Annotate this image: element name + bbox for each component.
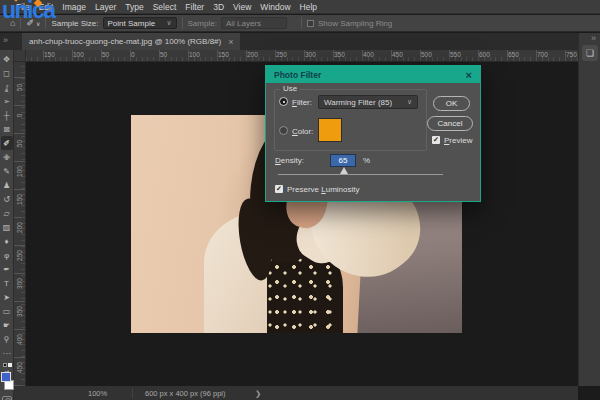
unica-logo: unica <box>2 0 55 24</box>
preview-label: Preview <box>444 136 472 145</box>
chevron-down-icon: ∨ <box>407 98 412 106</box>
filter-radio[interactable] <box>279 97 288 106</box>
menu-item[interactable]: Select <box>153 2 177 12</box>
tool-button[interactable]: ʆ <box>1 80 13 94</box>
ruler-label: 300 <box>305 51 316 58</box>
ruler-label: 350 <box>16 304 23 320</box>
ruler-label: 50 <box>160 51 167 58</box>
ruler-label: 200 <box>16 220 23 236</box>
menu-item[interactable]: Help <box>300 2 317 12</box>
menu-item[interactable]: 3D <box>213 2 224 12</box>
collapsed-panel-button[interactable]: ❏ <box>582 45 598 61</box>
vertical-ruler: 50050100150200250300350400450 <box>14 62 26 386</box>
ruler-label: 50 <box>16 80 23 96</box>
tab-bar: » anh-chup-truoc-guong-che-mat.jpg @ 100… <box>0 33 578 50</box>
tool-button[interactable]: ▭ <box>1 304 13 318</box>
ruler-label: 150 <box>218 51 229 58</box>
tool-button[interactable]: ┼ <box>1 108 13 122</box>
cancel-button[interactable]: Cancel <box>427 116 473 131</box>
ruler-label: 600 <box>479 51 490 58</box>
color-radio[interactable] <box>279 126 288 135</box>
filter-dropdown[interactable]: Warming Filter (85) ∨ <box>318 95 418 109</box>
photoshop-window: FileEditImageLayerTypeSelectFilter3DView… <box>0 0 600 400</box>
tool-button[interactable]: ↺ <box>1 192 13 206</box>
zoom-level-field[interactable]: 100% <box>88 389 107 398</box>
tool-button[interactable]: ⋯ <box>1 346 13 360</box>
chevron-down-icon: ∨ <box>166 19 171 27</box>
menu-item[interactable]: Type <box>125 2 143 12</box>
tool-bar: ✥◻ʆ➢┼⊠✐✙✎♟↺▱▨♦φ✒T➤▭☛⚲⋯ ⇄ <box>0 50 14 400</box>
document-tab[interactable]: anh-chup-truoc-guong-che-mat.jpg @ 100% … <box>22 33 240 50</box>
tool-button[interactable]: ➤ <box>1 290 13 304</box>
tool-button[interactable]: ⊠ <box>1 122 13 136</box>
menu-item[interactable]: Image <box>62 2 86 12</box>
ruler-label: 50 <box>16 136 23 152</box>
ruler-label: 550 <box>450 51 461 58</box>
document-size-info: 600 px x 400 px (96 ppi) <box>145 389 225 398</box>
ruler-label: 250 <box>16 248 23 264</box>
ruler-label: 100 <box>189 51 200 58</box>
density-slider[interactable] <box>278 174 443 175</box>
tool-button[interactable]: T <box>1 276 13 290</box>
sample-size-value: Point Sample <box>108 19 156 28</box>
menu-item[interactable]: Filter <box>185 2 204 12</box>
preserve-luminosity-checkbox[interactable]: ✓ <box>275 185 283 193</box>
tool-button[interactable]: ✙ <box>1 150 13 164</box>
ruler-label: 700 <box>537 51 548 58</box>
ruler-label: 400 <box>16 332 23 348</box>
quick-mask-icon[interactable] <box>2 396 12 400</box>
ok-button[interactable]: OK <box>433 96 470 111</box>
tool-button[interactable]: ☛ <box>1 318 13 332</box>
options-bar: ⌂ ✐ ∨ Sample Size: Point Sample ∨ Sample… <box>0 15 600 32</box>
status-options-chevron-icon[interactable]: ❯ <box>255 389 261 398</box>
density-value-field[interactable]: 65 <box>330 154 356 167</box>
status-bar: 100% 600 px x 400 px (96 ppi) ❯ <box>14 386 578 400</box>
ruler-corner <box>14 50 26 62</box>
tool-button[interactable]: ✥ <box>1 52 13 66</box>
dock-overflow-icon[interactable]: » <box>591 33 596 43</box>
horizontal-ruler: 1501005005010015020025030035040045050055… <box>14 50 578 62</box>
tool-button[interactable]: ✒ <box>1 262 13 276</box>
filter-label: Filter: <box>292 98 312 107</box>
tool-button[interactable]: ✐ <box>1 136 13 150</box>
separator <box>182 17 183 29</box>
unica-logo-text: unica <box>2 0 55 23</box>
panel-dock: » ❏ <box>578 33 600 386</box>
color-swatch[interactable] <box>318 118 342 142</box>
tab-overflow-icon[interactable]: » <box>3 35 8 45</box>
tool-button[interactable]: ♦ <box>1 234 13 248</box>
tool-button[interactable]: ▨ <box>1 220 13 234</box>
menu-item[interactable]: Layer <box>95 2 116 12</box>
dialog-close-icon[interactable]: × <box>466 69 472 81</box>
checkbox-icon <box>307 20 314 27</box>
tool-button[interactable]: ✎ <box>1 164 13 178</box>
tools-column: ✥◻ʆ➢┼⊠✐✙✎♟↺▱▨♦φ✒T➤▭☛⚲⋯ <box>0 50 13 360</box>
tool-button[interactable]: ⚲ <box>1 332 13 346</box>
preview-checkbox[interactable]: ✓ <box>432 136 440 144</box>
ruler-label: 0 <box>131 51 135 58</box>
sample-size-label: Sample Size: <box>51 19 98 28</box>
tool-button[interactable]: ◻ <box>1 66 13 80</box>
show-sampling-ring-checkbox[interactable]: Show Sampling Ring <box>307 19 392 28</box>
tool-button[interactable]: ➢ <box>1 94 13 108</box>
filter-value: Warming Filter (85) <box>324 98 392 107</box>
ruler-label: 400 <box>363 51 374 58</box>
menu-item[interactable]: Window <box>260 2 290 12</box>
ruler-label: 450 <box>16 360 23 376</box>
tool-button[interactable]: ▱ <box>1 206 13 220</box>
tab-close-icon[interactable]: × <box>228 37 233 47</box>
foreground-color-well[interactable] <box>1 372 11 382</box>
ruler-label: 150 <box>44 51 55 58</box>
color-wells[interactable] <box>1 372 14 392</box>
separator <box>301 17 302 29</box>
tool-button[interactable]: ♟ <box>1 178 13 192</box>
sample-size-dropdown[interactable]: Point Sample ∨ <box>103 17 177 29</box>
ruler-label: 150 <box>16 192 23 208</box>
dialog-title-bar[interactable]: Photo Filter × <box>266 66 480 83</box>
menu-item[interactable]: View <box>233 2 251 12</box>
tool-button[interactable]: φ <box>1 248 13 262</box>
density-slider-thumb[interactable] <box>340 167 348 174</box>
use-group-label: Use <box>280 84 300 93</box>
sample-label: Sample: <box>188 19 217 28</box>
sample-dropdown[interactable]: All Layers <box>221 17 287 29</box>
